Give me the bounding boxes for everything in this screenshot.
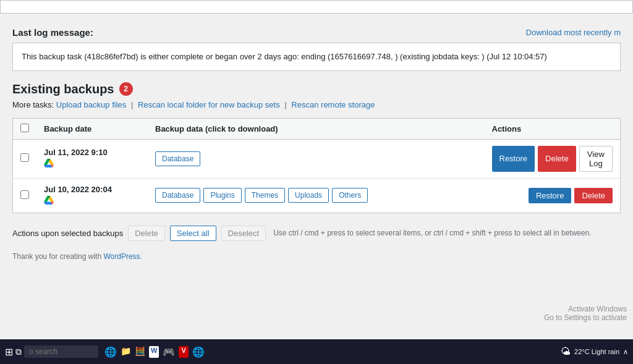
table-header: Backup date Backup data (click to downlo… (13, 118, 621, 139)
row1-checkbox[interactable] (20, 153, 29, 162)
last-log-section: Last log message: Download most recently… (12, 27, 621, 71)
log-message-text: This backup task (418c86fef7bd) is eithe… (22, 52, 547, 61)
download-most-recently-link[interactable]: Download most recently m (526, 28, 621, 37)
chrome-icon[interactable]: 🌐 (192, 346, 205, 358)
edge-icon[interactable]: 🌐 (104, 346, 117, 358)
row1-google-drive-icon (44, 159, 54, 169)
table-header-row: Backup date Backup data (click to downlo… (13, 118, 621, 139)
row2-database-btn[interactable]: Database (155, 188, 200, 203)
last-log-header: Last log message: Download most recently… (12, 27, 621, 38)
select-all-checkbox[interactable] (20, 124, 29, 132)
weather-icon: 🌤 (561, 346, 571, 357)
windows-activate-line1: Activate Windows (544, 305, 627, 313)
log-message-box: This backup task (418c86fef7bd) is eithe… (12, 43, 621, 71)
existing-backups-title: Existing backups (12, 82, 114, 96)
thank-you-prefix: Thank you for creating with (12, 252, 101, 261)
row1-date: Jul 11, 2022 9:10 (44, 148, 140, 157)
thank-you-text: Thank you for creating with WordPress. (12, 252, 621, 261)
rescan-remote-storage-link[interactable]: Rescan remote storage (291, 100, 375, 109)
hint-text: Use ctrl / cmd + press to select several… (273, 229, 621, 237)
row2-data-cell: Database Plugins Themes Uploads Others (148, 178, 485, 213)
row1-view-log-btn[interactable]: View Log (579, 146, 613, 172)
windows-watermark: Activate Windows Go to Settings to activ… (544, 305, 627, 322)
row2-uploads-btn[interactable]: Uploads (288, 188, 329, 203)
taskbar-icons: 🌐 📁 🧮 W 🎮 V 🌐 (104, 346, 205, 358)
wordpress-link[interactable]: WordPress (103, 252, 140, 261)
app5-icon[interactable]: 🎮 (163, 346, 175, 358)
row2-themes-btn[interactable]: Themes (245, 188, 285, 203)
row2-plugins-btn[interactable]: Plugins (203, 188, 241, 203)
row1-actions-cell: Restore Delete View Log (485, 139, 621, 178)
row2-delete-btn[interactable]: Delete (574, 188, 613, 203)
windows-activate-line2: Go to Settings to activate (544, 313, 627, 322)
backups-count-badge: 2 (119, 82, 133, 96)
row1-database-btn[interactable]: Database (155, 151, 200, 166)
row1-data-buttons: Database (155, 151, 477, 166)
row2-others-btn[interactable]: Others (332, 188, 368, 203)
header-backup-data: Backup data (click to download) (148, 118, 485, 139)
deselect-btn[interactable]: Deselect (221, 226, 266, 241)
system-tray-icon[interactable]: ∧ (623, 348, 628, 356)
bulk-delete-btn[interactable]: Delete (128, 226, 165, 241)
header-checkbox-cell (13, 118, 37, 139)
last-log-title: Last log message: (12, 27, 93, 38)
section-title-row: Existing backups 2 (12, 82, 621, 96)
row2-data-buttons: Database Plugins Themes Uploads Others (155, 188, 477, 203)
file-explorer-icon[interactable]: 📁 (121, 346, 131, 358)
more-tasks-label: More tasks: (12, 100, 54, 109)
table-row: Jul 11, 2022 9:10 (13, 139, 621, 178)
top-section (0, 0, 633, 14)
app6-icon[interactable]: V (179, 346, 188, 358)
row1-checkbox-cell (13, 139, 37, 178)
row2-date-cell: Jul 10, 2022 20:04 (36, 178, 148, 213)
taskbar-right: 🌤 22°C Light rain ∧ (561, 346, 628, 357)
header-actions: Actions (485, 118, 621, 139)
calculator-icon[interactable]: 🧮 (135, 346, 145, 358)
task-view-icon[interactable]: ⧉ (15, 347, 22, 357)
more-tasks-row: More tasks: Upload backup files | Rescan… (12, 100, 621, 109)
taskbar: ⊞ ⧉ 🌐 📁 🧮 W 🎮 V 🌐 🌤 22°C Light rain ∧ (0, 339, 633, 364)
row1-data-cell: Database (148, 139, 485, 178)
table-row: Jul 10, 2022 20:04 (13, 178, 621, 213)
row1-action-buttons: Restore Delete View Log (492, 146, 613, 172)
word-icon[interactable]: W (149, 346, 159, 358)
row1-delete-btn[interactable]: Delete (538, 146, 576, 172)
row2-restore-btn[interactable]: Restore (529, 188, 572, 203)
row1-date-cell: Jul 11, 2022 9:10 (36, 139, 148, 178)
thank-you-suffix: . (140, 252, 142, 261)
row2-actions-cell: Restore Delete (485, 178, 621, 213)
row2-checkbox-cell (13, 178, 37, 213)
row1-restore-btn[interactable]: Restore (492, 146, 535, 172)
existing-backups-section: Existing backups 2 More tasks: Upload ba… (12, 82, 621, 261)
separator-1: | (131, 100, 133, 109)
taskbar-search-input[interactable] (24, 345, 98, 358)
select-all-btn[interactable]: Select all (170, 226, 216, 241)
row2-google-drive-icon (44, 196, 54, 206)
row2-checkbox[interactable] (20, 190, 29, 199)
row2-date: Jul 10, 2022 20:04 (44, 185, 140, 194)
windows-start-icon[interactable]: ⊞ (5, 346, 13, 358)
upload-backup-files-link[interactable]: Upload backup files (56, 100, 126, 109)
actions-upon-selected-label: Actions upon selected backups (12, 229, 123, 238)
content-area: Last log message: Download most recently… (0, 20, 633, 261)
backups-table: Backup date Backup data (click to downlo… (12, 118, 621, 213)
weather-temp: 22°C Light rain (574, 348, 619, 355)
row2-action-buttons: Restore Delete (492, 188, 613, 203)
separator-2: | (284, 100, 286, 109)
header-backup-date: Backup date (36, 118, 148, 139)
table-body: Jul 11, 2022 9:10 (13, 139, 621, 213)
page-wrapper: Last log message: Download most recently… (0, 0, 633, 364)
actions-footer: Actions upon selected backups Delete Sel… (12, 221, 621, 246)
rescan-local-folder-link[interactable]: Rescan local folder for new backup sets (138, 100, 280, 109)
